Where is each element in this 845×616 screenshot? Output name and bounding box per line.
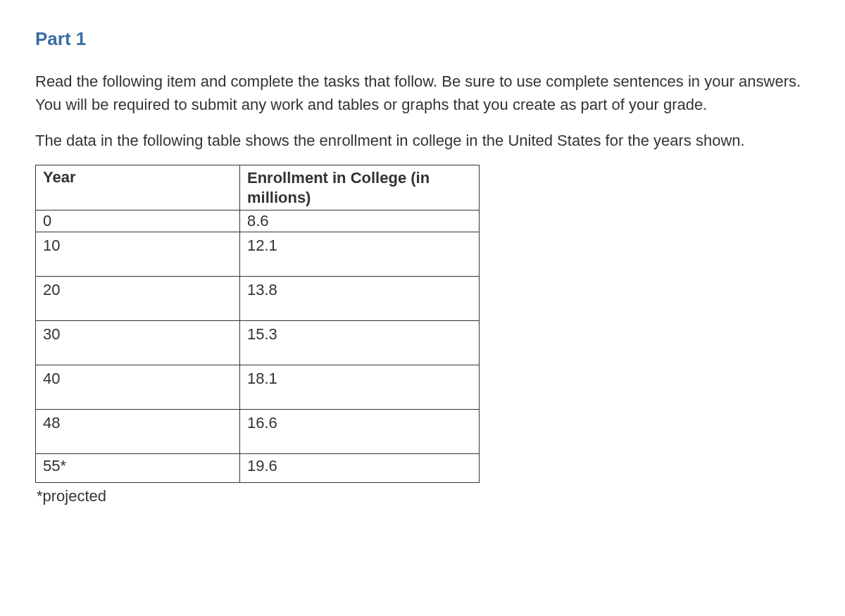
table-row: 20 13.8 bbox=[36, 277, 480, 321]
cell-enrollment: 13.8 bbox=[240, 277, 480, 321]
table-footnote: *projected bbox=[35, 487, 810, 505]
cell-enrollment: 15.3 bbox=[240, 321, 480, 365]
table-row: 30 15.3 bbox=[36, 321, 480, 365]
table-header-row: Year Enrollment in College (in millions) bbox=[36, 165, 480, 210]
cell-enrollment: 8.6 bbox=[240, 210, 480, 232]
cell-year: 30 bbox=[36, 321, 240, 365]
table-row: 55* 19.6 bbox=[36, 454, 480, 483]
table-row: 0 8.6 bbox=[36, 210, 480, 232]
instructions-paragraph: Read the following item and complete the… bbox=[35, 70, 810, 116]
cell-enrollment: 18.1 bbox=[240, 365, 480, 410]
cell-year: 40 bbox=[36, 365, 240, 410]
cell-year: 0 bbox=[36, 210, 240, 232]
cell-enrollment: 19.6 bbox=[240, 454, 480, 483]
part-heading: Part 1 bbox=[35, 28, 810, 50]
table-row: 10 12.1 bbox=[36, 232, 480, 277]
cell-year: 55* bbox=[36, 454, 240, 483]
cell-year: 10 bbox=[36, 232, 240, 277]
col-header-year: Year bbox=[36, 165, 240, 210]
cell-year: 20 bbox=[36, 277, 240, 321]
cell-year: 48 bbox=[36, 410, 240, 454]
enrollment-table: Year Enrollment in College (in millions)… bbox=[35, 165, 480, 483]
table-intro-paragraph: The data in the following table shows th… bbox=[35, 129, 810, 152]
cell-enrollment: 12.1 bbox=[240, 232, 480, 277]
table-row: 40 18.1 bbox=[36, 365, 480, 410]
cell-enrollment: 16.6 bbox=[240, 410, 480, 454]
table-row: 48 16.6 bbox=[36, 410, 480, 454]
col-header-enrollment: Enrollment in College (in millions) bbox=[240, 165, 480, 210]
